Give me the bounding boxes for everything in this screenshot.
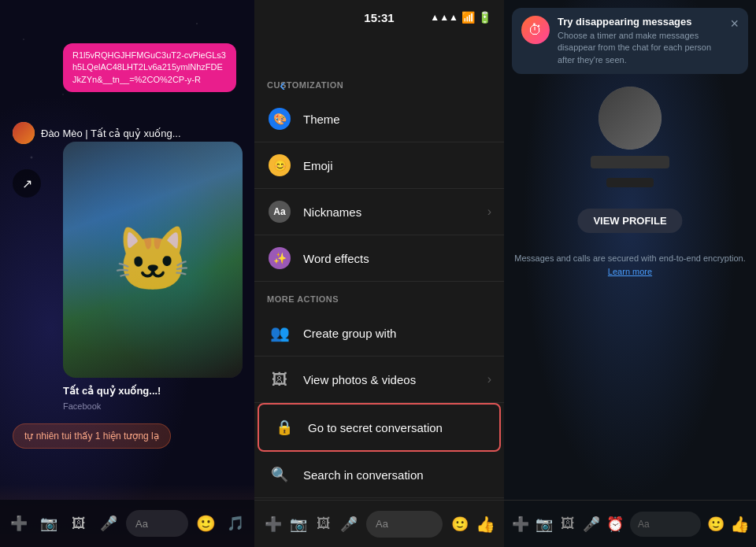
right-avatar-area xyxy=(591,87,669,187)
disappearing-banner: ⏱ Try disappearing messages Choose a tim… xyxy=(512,8,748,74)
mid-camera-icon[interactable]: 📷 xyxy=(286,512,311,537)
share-icon: ↗ xyxy=(22,176,32,191)
message-input[interactable]: Aa xyxy=(126,510,188,537)
signal-icon: ▲▲▲ xyxy=(430,12,458,23)
mid-input-placeholder: Aa xyxy=(376,518,388,530)
status-bar: 15:31 ▲▲▲ 📶 🔋 xyxy=(254,0,504,35)
right-camera-icon[interactable]: 📷 xyxy=(532,512,556,536)
menu-content: CUSTOMIZATION 🎨 Theme 😊 Emoji Aa xyxy=(254,68,504,500)
nicknames-label: Nicknames xyxy=(303,205,487,219)
mid-emoji-icon[interactable]: 🙂 xyxy=(447,512,472,537)
middle-panel: 15:31 ▲▲▲ 📶 🔋 ‹ CUSTOMIZATION 🎨 Theme 😊 xyxy=(254,0,504,547)
theme-icon-circle: 🎨 xyxy=(269,108,291,130)
emoji-menu-icon: 😊 xyxy=(273,159,287,172)
nicknames-icon-wrapper: Aa xyxy=(267,199,292,224)
view-profile-label: VIEW PROFILE xyxy=(593,215,666,227)
voice-icon[interactable]: 🎵 xyxy=(223,511,248,536)
word-effects-icon: ✨ xyxy=(273,252,287,264)
disappearing-description: Choose a timer and make messages disappe… xyxy=(558,30,722,66)
right-emoji-icon[interactable]: 🙂 xyxy=(704,512,728,536)
link-message: R1l5vRQHGJHFMGuC3uT2-cvPieGLs3h5LQelAC48… xyxy=(63,43,236,92)
right-message-input[interactable]: Aa xyxy=(630,512,701,537)
theme-label: Theme xyxy=(303,113,491,126)
right-image-icon[interactable]: 🖼 xyxy=(556,512,580,536)
right-microphone-icon[interactable]: 🎤 xyxy=(580,512,603,536)
theme-icon-wrapper: 🎨 xyxy=(267,106,292,131)
cat-image-container: 🐱 xyxy=(63,142,243,378)
learn-more-link[interactable]: Learn more xyxy=(608,267,652,276)
disappearing-icon: ⏱ xyxy=(521,16,550,44)
photos-icon-wrapper: 🖼 xyxy=(267,367,292,392)
close-banner-button[interactable]: × xyxy=(730,16,739,32)
battery-icon: 🔋 xyxy=(478,11,491,24)
menu-item-notifications[interactable]: 🔔 Notifications & sounds › xyxy=(254,498,504,500)
input-placeholder: Aa xyxy=(135,518,148,530)
middle-bottom-bar: ➕ 📷 🖼 🎤 Aa 🙂 👍 xyxy=(254,500,504,547)
cat-silhouette: 🐱 xyxy=(113,223,192,297)
emoji-icon-wrapper: 😊 xyxy=(267,153,292,178)
avatar-name: Đào Mèo | Tất cả quỷ xuống... xyxy=(41,128,181,139)
search-conversation-label: Search in conversation xyxy=(303,468,491,482)
plus-icon[interactable]: ➕ xyxy=(6,511,32,536)
avatar-row: Đào Mèo | Tất cả quỷ xuống... xyxy=(13,122,181,144)
reply-message: tự nhiên tui thấy 1 hiện tượng lạ xyxy=(13,423,171,449)
nicknames-icon-circle: Aa xyxy=(269,201,291,223)
right-profile-name xyxy=(591,156,669,168)
status-time: 15:31 xyxy=(364,11,394,24)
secret-icon-wrapper: 🔒 xyxy=(272,415,297,440)
image-icon[interactable]: 🖼 xyxy=(66,511,91,536)
right-clock-icon[interactable]: ⏰ xyxy=(603,512,627,536)
menu-item-nicknames[interactable]: Aa Nicknames › xyxy=(254,189,504,235)
photos-icon: 🖼 xyxy=(272,371,287,389)
close-icon: × xyxy=(730,16,739,31)
right-avatar-image xyxy=(598,87,662,150)
mid-plus-icon[interactable]: ➕ xyxy=(261,512,286,537)
lock-icon: 🔒 xyxy=(276,419,293,436)
reply-text: tự nhiên tui thấy 1 hiện tượng lạ xyxy=(24,431,159,442)
right-thumb-icon[interactable]: 👍 xyxy=(728,512,751,536)
create-group-icon: 👥 xyxy=(270,323,290,342)
right-profile-status xyxy=(606,178,654,187)
emoji-icon-circle: 😊 xyxy=(269,154,291,176)
avatar-image xyxy=(13,122,35,144)
search-icon-wrapper: 🔍 xyxy=(267,462,292,487)
right-bottom-bar: ➕ 📷 🖼 🎤 ⏰ Aa 🙂 👍 xyxy=(504,500,756,547)
more-actions-header: MORE ACTIONS xyxy=(254,282,504,310)
disappearing-title: Try disappearing messages xyxy=(558,16,722,28)
menu-item-emoji[interactable]: 😊 Emoji xyxy=(254,142,504,189)
status-icons: ▲▲▲ 📶 🔋 xyxy=(430,11,491,24)
left-panel: R1l5vRQHGJHFMGuC3uT2-cvPieGLs3h5LQelAC48… xyxy=(0,0,254,547)
emoji-icon[interactable]: 🙂 xyxy=(193,511,218,536)
mid-thumb-icon[interactable]: 👍 xyxy=(472,512,498,537)
secret-conversation-label: Go to secret conversation xyxy=(308,421,487,434)
link-text: R1l5vRQHGJHFMGuC3uT2-cvPieGLs3h5LQelAC48… xyxy=(72,50,226,84)
photos-arrow-icon: › xyxy=(487,372,491,386)
caption: Tất cả quỷ xuống...! xyxy=(63,385,161,397)
photos-label: View photos & videos xyxy=(303,373,487,386)
wifi-icon: 📶 xyxy=(461,11,475,24)
encryption-text: Messages and calls are secured with end-… xyxy=(512,252,748,278)
microphone-icon[interactable]: 🎤 xyxy=(96,511,121,536)
mid-image-icon[interactable]: 🖼 xyxy=(311,512,336,537)
right-input-placeholder: Aa xyxy=(638,519,650,530)
view-profile-button[interactable]: VIEW PROFILE xyxy=(577,209,682,233)
theme-icon: 🎨 xyxy=(273,113,287,125)
mid-message-input[interactable]: Aa xyxy=(366,511,443,538)
share-button[interactable]: ↗ xyxy=(13,169,41,198)
word-effects-icon-circle: ✨ xyxy=(269,247,291,269)
menu-item-photos-videos[interactable]: 🖼 View photos & videos › xyxy=(254,357,504,403)
left-bottom-bar: ➕ 📷 🖼 🎤 Aa 🙂 🎵 xyxy=(0,500,254,547)
menu-item-secret-conversation[interactable]: 🔒 Go to secret conversation xyxy=(258,403,501,452)
nicknames-arrow-icon: › xyxy=(487,205,491,219)
avatar xyxy=(13,122,35,144)
menu-item-word-effects[interactable]: ✨ Word effects xyxy=(254,235,504,282)
menu-item-theme[interactable]: 🎨 Theme xyxy=(254,96,504,142)
menu-item-create-group[interactable]: 👥 Create group with xyxy=(254,310,504,357)
right-plus-icon[interactable]: ➕ xyxy=(509,512,532,536)
caption-source: Facebook xyxy=(63,401,101,411)
menu-item-search-conversation[interactable]: 🔍 Search in conversation xyxy=(254,452,504,498)
right-panel: ⏱ Try disappearing messages Choose a tim… xyxy=(504,0,756,547)
create-group-icon-wrapper: 👥 xyxy=(267,320,292,346)
camera-icon[interactable]: 📷 xyxy=(36,511,61,536)
mid-microphone-icon[interactable]: 🎤 xyxy=(336,512,361,537)
